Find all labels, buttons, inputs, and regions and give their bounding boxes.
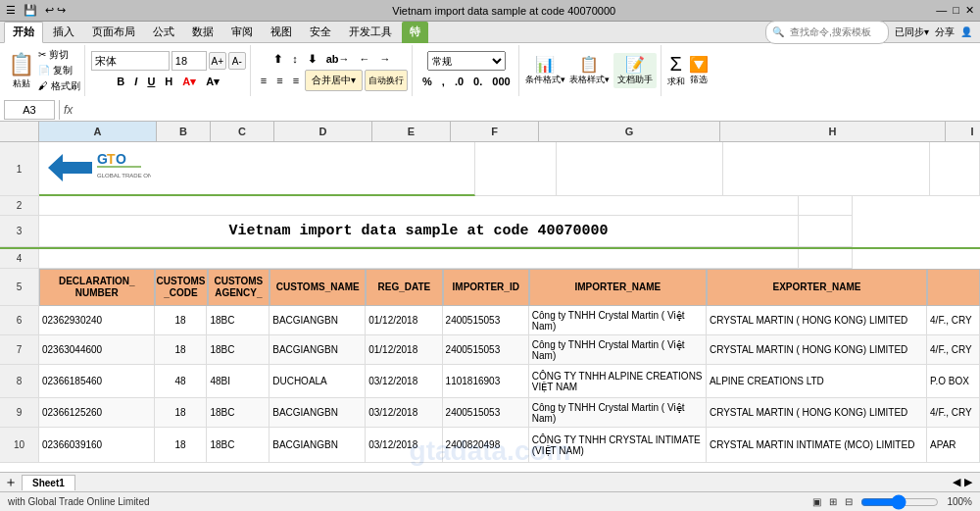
cell-9i: 4/F., CRY [927,398,980,428]
normal-view-btn[interactable]: ▣ [812,496,821,507]
doc-assistant-btn[interactable]: 📝 文档助手 [613,53,657,88]
font-size-input[interactable]: 18 [172,51,207,71]
align-top-btn[interactable]: ⬆ [270,50,286,68]
scroll-left-btn[interactable]: ◀ [953,476,960,488]
table-row: 7 02363044600 18 18BC BACGIANGBN 01/12/2… [0,335,980,365]
filter-btn[interactable]: 🔽 筛选 [689,55,709,86]
scroll-right-btn[interactable]: ▶ [964,476,972,488]
row-5-headers: 5 DECLARATION_NUMBER CUSTOMS_CODE CUSTOM… [0,269,980,306]
fill-color-btn[interactable]: A▾ [178,73,200,90]
number-format-select[interactable]: 常规 数字 货币 日期 [427,51,506,71]
sync-btn[interactable]: 已同步▾ [895,26,929,39]
align-bottom-btn[interactable]: ⬇ [304,50,320,68]
align-middle-btn[interactable]: ↕ [288,50,302,68]
cell-9c: 18BC [207,398,270,428]
calc-group: Σ 求和 🔽 筛选 [663,45,712,96]
decrease-decimal-btn[interactable]: 0. [469,73,486,90]
tab-security[interactable]: 安全 [302,22,339,43]
italic-btn[interactable]: I [130,73,141,90]
col-header-b[interactable]: B [157,122,211,141]
sum-btn[interactable]: Σ 求和 [667,53,685,88]
header-customs-agency: CUSTOMSAGENCY_ [208,269,270,306]
align-left-btn[interactable]: ≡ [257,72,270,89]
col-header-a[interactable]: A [39,122,157,141]
account-icon[interactable]: 👤 [960,26,972,37]
merge-btn[interactable]: 合并居中▾ [305,70,363,91]
cut-btn[interactable]: ✂ 剪切 [38,48,80,62]
tab-developer[interactable]: 开发工具 [341,22,400,43]
col-header-e[interactable]: E [372,122,451,141]
cell-2-merged [39,196,799,216]
undo-group[interactable]: ↩ ↪ [45,4,66,17]
text-direction-btn[interactable]: ab→ [322,50,354,68]
align-row2: ≡ ≡ ≡ 合并居中▾ 自动换行 [257,70,408,91]
zoom-slider[interactable] [860,494,939,510]
font-decrease-btn[interactable]: A- [228,52,246,70]
header-extra [927,269,980,306]
maximize-btn[interactable]: □ [953,4,959,17]
paste-btn[interactable]: 📋 粘贴 [8,52,34,90]
percent-btn[interactable]: % [418,73,436,90]
conditional-format-btn[interactable]: 📊 条件格式▾ [525,55,565,86]
col-header-h[interactable]: H [720,122,946,141]
underline-btn[interactable]: U [143,73,159,90]
close-btn[interactable]: ✕ [965,4,974,17]
thousands-btn[interactable]: 000 [488,73,514,90]
col-header-c[interactable]: C [211,122,274,141]
add-sheet-btn[interactable]: ＋ [4,474,18,491]
cell-6b: 18 [155,306,208,335]
share-btn[interactable]: 分享 [935,26,955,39]
cell-7i: 4/F., CRY [927,335,980,365]
page-layout-btn[interactable]: ⊞ [829,496,837,507]
tab-page-layout[interactable]: 页面布局 [84,22,143,43]
tab-insert[interactable]: 插入 [45,22,82,43]
tab-view[interactable]: 视图 [263,22,300,43]
border-btn[interactable]: H [161,73,176,90]
tab-special[interactable]: 特 [402,22,428,43]
row-num-8: 8 [0,365,39,398]
title-cell: Vietnam import data sample at code 40070… [39,216,799,247]
font-name-input[interactable]: 宋体 [91,51,170,71]
window-buttons[interactable]: — □ ✕ [936,4,974,17]
align-center-btn[interactable]: ≡ [272,72,286,89]
indent-decrease-btn[interactable]: ← [356,50,374,68]
sheet-tab-1[interactable]: Sheet1 [22,475,75,490]
tab-data[interactable]: 数据 [184,22,221,43]
col-header-i[interactable]: I [946,122,980,141]
increase-decimal-btn[interactable]: .0 [451,73,467,90]
page-break-btn[interactable]: ⊟ [845,496,853,507]
col-header-d[interactable]: D [274,122,372,141]
wrap-text-btn[interactable]: 自动换行 [365,70,408,91]
cell-8a: 02366185460 [39,365,155,398]
copy-btn[interactable]: 📄 复制 [38,64,80,77]
tab-formula[interactable]: 公式 [145,22,182,43]
cell-6a: 02362930240 [39,306,155,335]
font-increase-btn[interactable]: A+ [209,52,226,70]
format-painter-btn[interactable]: 🖌 格式刷 [38,79,80,93]
indent-increase-btn[interactable]: → [376,50,395,68]
tab-home[interactable]: 开始 [4,22,43,43]
formula-input[interactable]: Vietnam import data sample at code 40070… [78,104,976,116]
cell-reference-input[interactable]: A3 [4,100,55,120]
cell-8h: ALPINE CREATIONS LTD [707,365,927,398]
cell-8g: CÔNG TY TNHH ALPINE CREATIONS VIỆT NAM [529,365,707,398]
header-customs-name: CUSTOMS_NAME [270,269,366,306]
menu-icon[interactable]: ☰ [6,4,16,17]
bold-btn[interactable]: B [113,73,128,90]
cell-1h [723,142,930,196]
cell-10a: 02366039160 [39,428,155,463]
tab-review[interactable]: 审阅 [223,22,261,43]
col-header-f[interactable]: F [451,122,539,141]
ribbon-search-input[interactable] [784,23,882,42]
font-color-btn[interactable]: A▾ [202,73,223,90]
cell-7h: CRYSTAL MARTIN ( HONG KONG) LIMITED [707,335,927,365]
header-importer-id: IMPORTER_ID [443,269,529,306]
table-style-btn[interactable]: 📋 表格样式▾ [569,55,610,86]
align-right-btn[interactable]: ≡ [289,72,303,89]
comma-btn[interactable]: , [438,73,449,90]
save-icon[interactable]: 💾 [24,4,37,17]
window-controls[interactable]: ☰ 💾 ↩ ↪ [6,4,72,17]
ribbon-toolbar: 📋 粘贴 ✂ 剪切 📄 复制 🖌 格式刷 宋体 18 A+ A- B I U H… [0,43,980,98]
col-header-g[interactable]: G [539,122,720,141]
minimize-btn[interactable]: — [936,4,947,17]
